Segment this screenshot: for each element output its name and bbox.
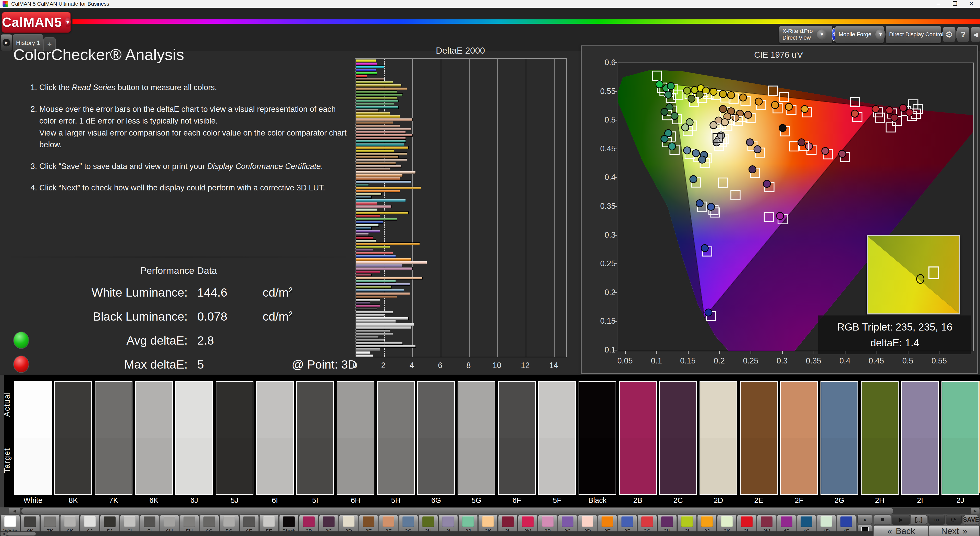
deltae-bar[interactable] (355, 239, 376, 242)
deltae-bar[interactable] (355, 75, 367, 78)
calman-logo-menu[interactable]: CalMAN5 ▼ (2, 12, 71, 33)
deltae-bar[interactable] (355, 205, 391, 208)
next-button[interactable]: Next » (929, 525, 980, 536)
deltae-bar[interactable] (355, 91, 397, 93)
deltae-bar[interactable] (355, 177, 400, 180)
deltae-bar[interactable] (355, 199, 406, 202)
meter-dropdown[interactable]: X-Rite i1Pro Direct View ▼ 4 (779, 25, 832, 43)
save-button[interactable]: SAVE (963, 515, 980, 525)
bottom-scrollbar[interactable]: ◀ (0, 531, 873, 536)
deltae-bar[interactable] (355, 72, 377, 75)
deltae-bar[interactable] (355, 323, 414, 326)
deltae-bar[interactable] (355, 81, 393, 84)
deltae-bar[interactable] (355, 171, 416, 174)
tab-scroll-left-button[interactable]: ▶ (0, 34, 12, 51)
deltae-bar[interactable] (355, 258, 411, 261)
deltae-bar[interactable] (355, 59, 376, 62)
deltae-bar[interactable] (355, 159, 407, 161)
deltae-bar[interactable] (355, 68, 376, 72)
deltae-bar[interactable] (355, 134, 413, 137)
scroll-left-icon[interactable]: ◀ (0, 532, 6, 536)
deltae-bar[interactable] (355, 78, 384, 81)
deltae-bar[interactable] (355, 255, 396, 258)
deltae-bar[interactable] (355, 162, 396, 165)
restore-button[interactable]: ❐ (948, 0, 962, 8)
deltae-bar[interactable] (355, 332, 393, 336)
scrollbar-thumb[interactable] (21, 508, 893, 514)
deltae-bar[interactable] (355, 165, 401, 168)
deltae-bar[interactable] (355, 274, 372, 277)
deltae-bar[interactable] (355, 115, 400, 118)
deltae-bar[interactable] (355, 329, 390, 332)
deltae-bar[interactable] (355, 208, 377, 211)
deltae-bar[interactable] (355, 286, 391, 289)
scrollbar-thumb[interactable] (7, 532, 36, 536)
play-button[interactable]: ▶ (892, 515, 910, 525)
deltae-bar[interactable] (355, 87, 407, 90)
deltae-bar[interactable] (355, 143, 404, 146)
deltae-bar[interactable] (355, 292, 410, 295)
deltae-bar[interactable] (355, 121, 393, 124)
deltae-bar[interactable] (355, 109, 379, 112)
deltae-bar[interactable] (355, 230, 380, 233)
deltae-bar[interactable] (355, 94, 403, 96)
deltae-bar[interactable] (355, 289, 404, 292)
deltae-bar[interactable] (355, 65, 384, 68)
deltae-bar[interactable] (355, 202, 377, 205)
deltae-bar[interactable] (355, 295, 397, 298)
continuous-read-button[interactable]: ∞ (928, 515, 945, 525)
refresh-button[interactable]: ⟳ (946, 515, 962, 525)
swatch-scrollbar[interactable]: ◀ ▶ (9, 508, 980, 514)
deltae-bar[interactable] (355, 196, 372, 199)
deltae-bar[interactable] (355, 242, 420, 245)
deltae-bar[interactable] (355, 100, 399, 102)
deltae-bar[interactable] (355, 168, 390, 171)
deltae-bar[interactable] (355, 127, 411, 130)
deltae-bar[interactable] (355, 193, 382, 196)
deltae-bar[interactable] (355, 277, 423, 280)
deltae-bar[interactable] (355, 150, 394, 152)
deltae-bar[interactable] (355, 140, 406, 143)
deltae-bar[interactable] (355, 62, 377, 65)
display-control-dropdown[interactable]: Direct Display Control ▼ (886, 25, 941, 43)
deltae-bar[interactable] (355, 270, 380, 273)
deltae-bar[interactable] (355, 183, 369, 186)
deltae-bar[interactable] (355, 215, 380, 217)
deltae-bar[interactable] (355, 298, 380, 301)
deltae-bar[interactable] (355, 280, 396, 283)
deltae-bar[interactable] (355, 345, 416, 348)
deltae-bar[interactable] (355, 233, 369, 236)
source-dropdown[interactable]: Mobile Forge ▼ (835, 25, 884, 43)
deltae-bar[interactable] (355, 106, 399, 109)
scroll-right-icon[interactable]: ▶ (971, 508, 980, 514)
deltae-bar[interactable] (355, 218, 397, 221)
deltae-bar[interactable] (355, 174, 403, 177)
close-button[interactable]: ✕ (964, 0, 978, 8)
deltae-bar[interactable] (355, 236, 373, 239)
deltae-bar[interactable] (355, 339, 384, 342)
deltae-bar[interactable] (355, 212, 409, 214)
deltae-bar[interactable] (355, 131, 406, 134)
deltae-bar[interactable] (355, 304, 380, 307)
read-series-button[interactable]: [‥] (911, 515, 927, 525)
deltae-bar[interactable] (355, 186, 422, 189)
deltae-bar[interactable] (355, 146, 409, 149)
deltae-bar[interactable] (355, 314, 384, 317)
deltae-bar[interactable] (355, 224, 379, 227)
deltae-bar[interactable] (355, 342, 403, 345)
deltae-bar[interactable] (355, 348, 380, 351)
deltae-bar[interactable] (355, 267, 413, 270)
deltae-bar[interactable] (355, 326, 411, 329)
deltae-bar[interactable] (355, 103, 394, 105)
stop-button[interactable]: ■ (874, 515, 891, 525)
scroll-up-button[interactable]: ▲ (858, 515, 872, 524)
deltae-bar[interactable] (355, 97, 397, 99)
deltae-bar[interactable] (355, 153, 407, 155)
deltae-bar[interactable] (355, 84, 401, 87)
deltae-bar[interactable] (355, 118, 413, 121)
deltae-bar[interactable] (355, 311, 393, 314)
deltae-bar[interactable] (355, 249, 373, 251)
deltae-bar[interactable] (355, 124, 400, 127)
deltae-bar[interactable] (355, 261, 427, 264)
back-button[interactable]: « Back (874, 525, 928, 536)
